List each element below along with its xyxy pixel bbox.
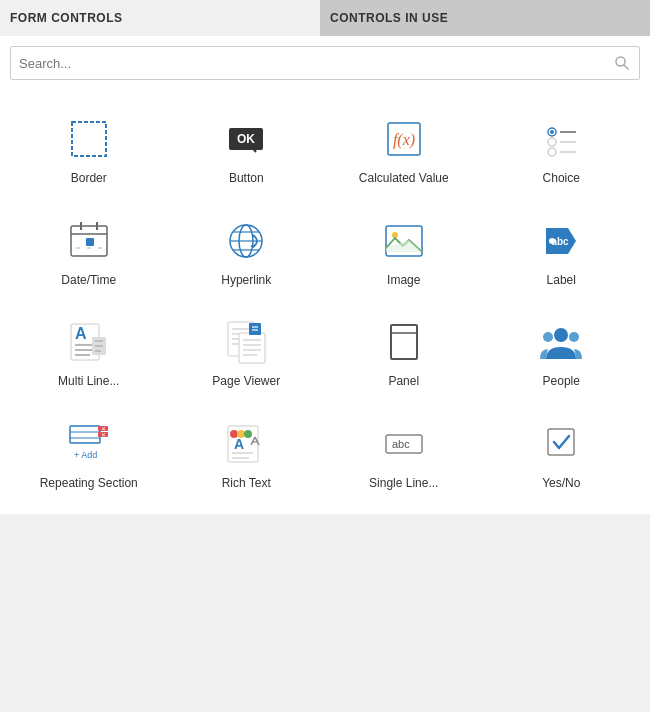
control-people[interactable]: People bbox=[483, 301, 641, 403]
single-line-label: Single Line... bbox=[369, 476, 438, 492]
panel-icon bbox=[378, 316, 430, 368]
control-multiline[interactable]: A Multi Line... bbox=[10, 301, 168, 403]
control-yes-no[interactable]: Yes/No bbox=[483, 403, 641, 505]
control-datetime[interactable]: Date/Time bbox=[10, 200, 168, 302]
form-controls-header: FORM CONTROLS bbox=[0, 0, 320, 36]
single-line-icon: abc bbox=[378, 418, 430, 470]
people-icon bbox=[535, 316, 587, 368]
svg-text:A: A bbox=[234, 436, 244, 452]
control-repeating-section[interactable]: ✕ ✕ + Add Repeating Section bbox=[10, 403, 168, 505]
choice-icon bbox=[535, 113, 587, 165]
svg-point-10 bbox=[548, 138, 556, 146]
svg-point-12 bbox=[548, 148, 556, 156]
svg-point-69 bbox=[244, 430, 252, 438]
people-label: People bbox=[543, 374, 580, 390]
svg-text:+ Add: + Add bbox=[74, 450, 97, 460]
svg-text:A: A bbox=[75, 325, 87, 342]
search-bar[interactable] bbox=[10, 46, 640, 80]
svg-text:OK: OK bbox=[237, 132, 255, 146]
svg-line-1 bbox=[624, 65, 628, 69]
controls-in-use-title: CONTROLS IN USE bbox=[330, 11, 448, 25]
control-image[interactable]: Image bbox=[325, 200, 483, 302]
control-label[interactable]: abc Label bbox=[483, 200, 641, 302]
main-panel: Border OK Button f(x) Calculated Value bbox=[0, 36, 650, 514]
choice-label: Choice bbox=[543, 171, 580, 187]
repeating-section-label: Repeating Section bbox=[40, 476, 138, 492]
control-calculated-value[interactable]: f(x) Calculated Value bbox=[325, 98, 483, 200]
control-panel[interactable]: Panel bbox=[325, 301, 483, 403]
form-controls-title: FORM CONTROLS bbox=[10, 11, 123, 25]
search-icon bbox=[605, 46, 639, 80]
hyperlink-icon bbox=[220, 215, 272, 267]
svg-point-8 bbox=[550, 130, 554, 134]
svg-rect-78 bbox=[548, 429, 574, 455]
repeating-section-icon: ✕ ✕ + Add bbox=[63, 418, 115, 470]
label-label: Label bbox=[547, 273, 576, 289]
panel-label: Panel bbox=[388, 374, 419, 390]
svg-rect-58 bbox=[70, 426, 100, 443]
svg-text:abc: abc bbox=[392, 438, 410, 450]
svg-rect-18 bbox=[86, 238, 94, 246]
page-viewer-label: Page Viewer bbox=[212, 374, 280, 390]
control-choice[interactable]: Choice bbox=[483, 98, 641, 200]
svg-text:abc: abc bbox=[552, 236, 570, 247]
yes-no-label: Yes/No bbox=[542, 476, 580, 492]
control-single-line[interactable]: abc Single Line... bbox=[325, 403, 483, 505]
rich-text-label: Rich Text bbox=[222, 476, 271, 492]
yes-no-icon bbox=[535, 418, 587, 470]
datetime-icon bbox=[63, 215, 115, 267]
image-icon bbox=[378, 215, 430, 267]
svg-rect-2 bbox=[72, 122, 106, 156]
svg-point-57 bbox=[543, 332, 553, 342]
button-icon: OK bbox=[220, 113, 272, 165]
svg-text:✕: ✕ bbox=[100, 431, 105, 437]
control-button[interactable]: OK Button bbox=[168, 98, 326, 200]
button-label: Button bbox=[229, 171, 264, 187]
calculated-value-label: Calculated Value bbox=[359, 171, 449, 187]
controls-in-use-header: CONTROLS IN USE bbox=[320, 0, 650, 36]
label-icon: abc bbox=[535, 215, 587, 267]
control-page-viewer[interactable]: Page Viewer bbox=[168, 301, 326, 403]
image-label: Image bbox=[387, 273, 420, 289]
rich-text-icon: A bbox=[220, 418, 272, 470]
border-icon bbox=[63, 113, 115, 165]
controls-grid: Border OK Button f(x) Calculated Value bbox=[10, 98, 640, 504]
svg-rect-53 bbox=[391, 325, 417, 359]
border-label: Border bbox=[71, 171, 107, 187]
page-viewer-icon bbox=[220, 316, 272, 368]
multiline-label: Multi Line... bbox=[58, 374, 119, 390]
search-input[interactable] bbox=[11, 56, 605, 71]
svg-point-56 bbox=[569, 332, 579, 342]
calculated-value-icon: f(x) bbox=[378, 113, 430, 165]
control-border[interactable]: Border bbox=[10, 98, 168, 200]
control-rich-text[interactable]: A Rich Text bbox=[168, 403, 326, 505]
hyperlink-label: Hyperlink bbox=[221, 273, 271, 289]
svg-point-55 bbox=[554, 328, 568, 342]
multiline-icon: A bbox=[63, 316, 115, 368]
svg-rect-50 bbox=[249, 323, 261, 335]
svg-text:f(x): f(x) bbox=[393, 131, 415, 149]
control-hyperlink[interactable]: Hyperlink bbox=[168, 200, 326, 302]
svg-rect-45 bbox=[239, 333, 265, 363]
datetime-label: Date/Time bbox=[61, 273, 116, 289]
